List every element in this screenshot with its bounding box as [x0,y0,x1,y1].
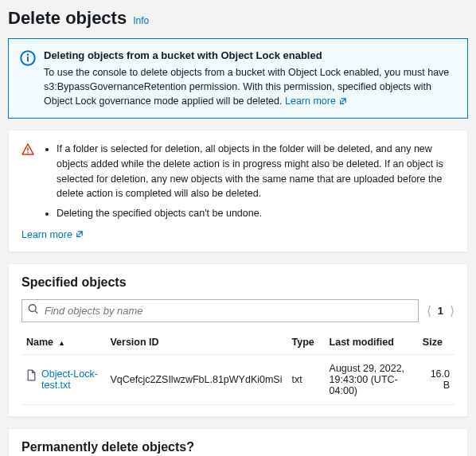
col-modified[interactable]: Last modified [325,330,418,355]
info-icon [20,50,36,108]
col-type[interactable]: Type [287,330,324,355]
warning-item: Deleting the specified objects can't be … [57,206,455,221]
cell-size: 16.0 B [418,354,455,404]
object-link[interactable]: Object-Lock-test.txt [41,368,100,391]
info-link[interactable]: Info [133,15,149,26]
prev-page-button[interactable]: ⟨ [427,303,431,318]
svg-point-4 [27,152,29,154]
warnings-panel: If a folder is selected for deletion, al… [8,130,468,252]
external-link-icon [338,97,347,106]
alert-title: Deleting objects from a bucket with Obje… [44,49,456,64]
svg-point-2 [27,53,29,56]
file-icon [26,369,37,384]
specified-objects-title: Specified objects [21,275,455,290]
cell-version: VqCefcjc2ZSIlwzwFbL.81pWYdKi0mSi [105,354,287,404]
svg-rect-3 [27,148,28,151]
learn-more-label: Learn more [285,94,336,108]
warning-item: If a folder is selected for deletion, al… [57,142,455,201]
cell-modified: August 29, 2022, 19:43:00 (UTC-04:00) [325,354,418,404]
next-page-button[interactable]: ⟩ [450,303,455,318]
col-name[interactable]: Name [21,330,105,355]
page-number: 1 [438,305,443,317]
external-link-icon [75,230,84,239]
svg-point-5 [29,305,36,312]
alert-body: To use the console to delete objects fro… [44,67,449,107]
cell-type: txt [287,354,324,404]
page-title: Delete objects [8,8,127,29]
learn-more-link[interactable]: Learn more [285,94,347,108]
specified-objects-panel: Specified objects ⟨ 1 ⟩ Name Version ID … [8,263,468,417]
col-version[interactable]: Version ID [105,330,287,355]
search-input[interactable] [21,299,419,322]
pagination: ⟨ 1 ⟩ [427,303,455,318]
svg-rect-1 [27,57,29,61]
learn-more-link[interactable]: Learn more [21,229,84,240]
svg-line-6 [35,311,37,314]
learn-more-label: Learn more [21,229,72,240]
objects-table: Name Version ID Type Last modified Size … [21,330,455,405]
object-lock-alert: Deleting objects from a bucket with Obje… [8,38,468,119]
table-row: Object-Lock-test.txt VqCefcjc2ZSIlwzwFbL… [21,354,455,404]
confirm-title: Permanently delete objects? [21,440,455,454]
col-size[interactable]: Size [418,330,455,355]
warning-icon [21,143,34,226]
confirm-panel: Permanently delete objects? To confirm d… [8,428,468,456]
search-icon [28,304,39,318]
